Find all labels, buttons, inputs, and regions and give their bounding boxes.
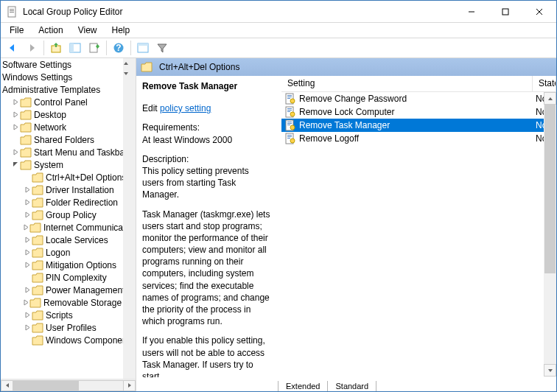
back-button[interactable]: [4, 39, 21, 57]
svg-rect-1: [10, 9, 14, 10]
expand-icon: [23, 287, 32, 293]
tree-node-locale-services[interactable]: Locale Services: [1, 234, 136, 246]
tree-node-folder-redirection[interactable]: Folder Redirection: [1, 196, 136, 209]
show-hide-tree-button[interactable]: [66, 39, 84, 57]
all-settings-button[interactable]: [134, 39, 152, 57]
tree-item-label: User Profiles: [46, 323, 97, 333]
tree-node-shared-folders[interactable]: Shared Folders: [1, 133, 136, 146]
folder-icon: [20, 97, 32, 108]
view-tabs: Extended Standard: [136, 377, 556, 392]
tree-node-user-profiles[interactable]: User Profiles: [1, 321, 136, 334]
tree-node-mitigation-options[interactable]: Mitigation Options: [1, 259, 136, 271]
tree-item-label: Logon: [46, 248, 70, 258]
policy-list: Setting State Remove Change PasswordNot …: [281, 76, 556, 391]
tree-item-label: Ctrl+Alt+Del Options: [46, 172, 126, 183]
policy-row[interactable]: Remove Change PasswordNot configured: [281, 92, 556, 105]
minimize-button[interactable]: [455, 1, 488, 23]
close-button[interactable]: [522, 1, 556, 23]
tree-item-label: Folder Redirection: [46, 197, 118, 208]
svg-rect-29: [287, 125, 290, 125]
svg-rect-34: [287, 138, 290, 139]
svg-rect-28: [287, 123, 292, 124]
edit-prefix: Edit: [142, 103, 160, 113]
edit-policy-link[interactable]: policy setting: [160, 103, 211, 113]
folder-icon: [20, 160, 32, 170]
svg-point-25: [290, 112, 295, 116]
tree-node-group-policy[interactable]: Group Policy: [1, 209, 136, 221]
svg-rect-27: [287, 122, 292, 122]
menu-help[interactable]: Help: [106, 24, 136, 37]
svg-rect-2: [10, 10, 14, 11]
tree-node-software-settings[interactable]: Software Settings: [1, 58, 136, 71]
tree-node-windows-components[interactable]: Windows Components: [1, 334, 136, 346]
tree-node-administrative-templates[interactable]: Administrative Templates: [1, 83, 136, 96]
tree-horizontal-scrollbar[interactable]: [1, 379, 136, 391]
tree-item-label: Windows Settings: [2, 72, 72, 83]
expand-icon: [23, 262, 32, 268]
expand-icon: [23, 199, 32, 206]
requirements-value: At least Windows 2000: [142, 135, 232, 145]
tree-node-windows-settings[interactable]: Windows Settings: [1, 71, 136, 83]
folder-icon: [32, 335, 43, 346]
policy-row[interactable]: Remove Lock ComputerNot configured: [281, 105, 556, 119]
policy-row[interactable]: Remove Task ManagerNot configured: [281, 119, 556, 132]
expand-icon: [11, 111, 20, 118]
tree-node-logon[interactable]: Logon: [1, 246, 136, 259]
folder-icon: [141, 62, 153, 72]
content-area: Ctrl+Alt+Del Options Remove Task Manager…: [136, 58, 556, 391]
forward-button[interactable]: [23, 39, 41, 57]
tree-node-desktop[interactable]: Desktop: [1, 108, 136, 121]
column-setting[interactable]: Setting: [281, 76, 533, 91]
expand-icon: [23, 186, 32, 193]
tree-item-label: Internet Communication Management: [43, 223, 136, 233]
tree-node-internet-communication-management[interactable]: Internet Communication Management: [1, 221, 136, 234]
description-label: Description:: [142, 154, 189, 164]
filter-button[interactable]: [153, 39, 171, 57]
tree-node-ctrl-alt-del-options[interactable]: Ctrl+Alt+Del Options: [1, 171, 136, 183]
tree-node-start-menu-and-taskbar[interactable]: Start Menu and Taskbar: [1, 146, 136, 158]
navigation-tree[interactable]: Software SettingsWindows SettingsAdminis…: [1, 58, 136, 391]
tab-standard[interactable]: Standard: [327, 381, 376, 392]
list-header: Setting State: [281, 76, 556, 92]
policy-icon: [284, 106, 296, 118]
content-header-title: Ctrl+Alt+Del Options: [159, 62, 239, 72]
tree-item-label: Network: [34, 122, 66, 133]
folder-icon: [32, 210, 43, 220]
tree-item-label: System: [34, 160, 63, 170]
tree-item-label: Start Menu and Taskbar: [34, 147, 127, 158]
tree-node-power-management[interactable]: Power Management: [1, 284, 136, 296]
expand-icon: [23, 324, 32, 331]
menu-bar: File Action View Help: [1, 23, 556, 38]
tree-node-removable-storage-access[interactable]: Removable Storage Access: [1, 296, 136, 309]
tree-vertical-scrollbar[interactable]: [123, 58, 136, 379]
tree-item-label: Driver Installation: [46, 185, 114, 195]
description-p1: This policy setting prevents users from …: [142, 166, 249, 200]
export-list-button[interactable]: [85, 39, 103, 57]
tab-extended[interactable]: Extended: [278, 381, 328, 392]
tree-node-system[interactable]: System: [1, 158, 136, 171]
menu-action[interactable]: Action: [32, 24, 69, 37]
tree-item-label: Administrative Templates: [2, 85, 100, 95]
policy-label: Remove Task Manager: [299, 120, 390, 130]
tree-node-scripts[interactable]: Scripts: [1, 309, 136, 321]
expand-icon: [11, 161, 20, 168]
maximize-button[interactable]: [488, 1, 522, 23]
tree-node-control-panel[interactable]: Control Panel: [1, 96, 136, 108]
content-header: Ctrl+Alt+Del Options: [136, 58, 556, 76]
tree-item-label: Windows Components: [46, 335, 134, 346]
folder-icon: [20, 135, 32, 145]
svg-rect-15: [138, 43, 148, 46]
menu-view[interactable]: View: [72, 24, 103, 37]
svg-rect-33: [287, 136, 292, 137]
tree-node-pin-complexity[interactable]: PIN Complexity: [1, 271, 136, 284]
tree-node-network[interactable]: Network: [1, 121, 136, 133]
up-button[interactable]: [47, 39, 65, 57]
help-button[interactable]: ?: [110, 39, 127, 57]
folder-icon: [32, 260, 43, 270]
tree-node-driver-installation[interactable]: Driver Installation: [1, 183, 136, 196]
menu-file[interactable]: File: [4, 24, 29, 37]
column-state[interactable]: State: [533, 76, 556, 91]
selected-policy-title: Remove Task Manager: [142, 80, 272, 92]
policy-row[interactable]: Remove LogoffNot configured: [281, 132, 556, 145]
list-vertical-scrollbar[interactable]: [544, 92, 556, 377]
